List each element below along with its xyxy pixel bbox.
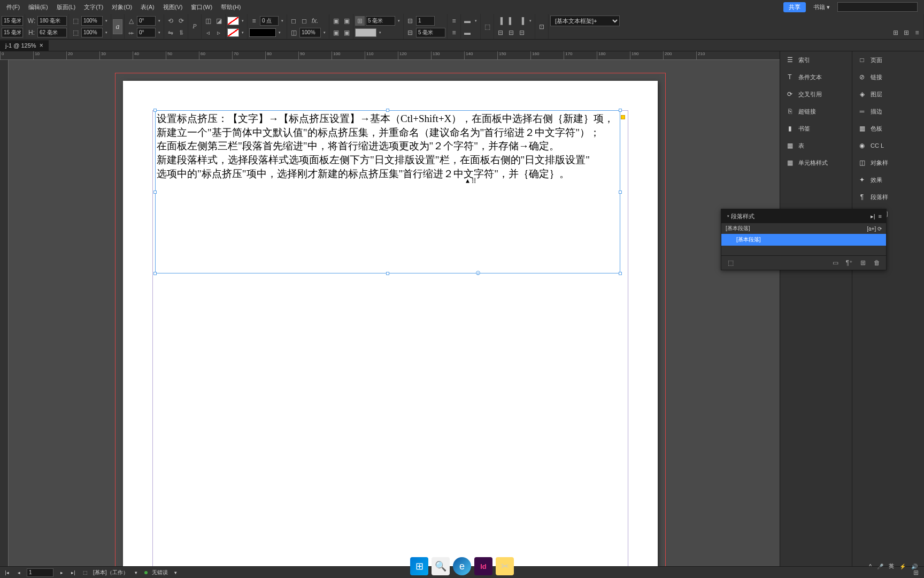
text-line[interactable]: 在面板左侧第三栏"段落首先缩进"中，将首行缩进选项更改为"２个字符"，并存储→确…	[157, 139, 619, 153]
fill-swatch[interactable]	[227, 17, 239, 25]
preflight-preset[interactable]: [基本]（工作）	[93, 569, 128, 576]
menu-help[interactable]: 帮助(H)	[217, 1, 245, 13]
canvas[interactable]: 0102030405060708090100110120130140150160…	[0, 51, 780, 566]
grid-icon2[interactable]: ⊞	[902, 28, 911, 37]
filter-clear-icon[interactable]: ⟳	[877, 226, 882, 232]
text-line[interactable]: 新建段落样式，选择段落样式选项面板左侧下方"日文排版设置"栏，在面板右侧的"日文…	[157, 153, 619, 167]
panel-menu-icon[interactable]: ≡	[912, 28, 922, 37]
dist-v-icon[interactable]: ⊟	[506, 28, 516, 37]
flip-v-icon[interactable]: ⥮	[176, 28, 186, 37]
h-input[interactable]	[37, 28, 67, 37]
panel-tab-表[interactable]: ▦表	[780, 137, 852, 154]
panel-tab-链接[interactable]: ⊘链接	[852, 69, 924, 86]
scale-y-input[interactable]	[81, 28, 103, 37]
wrap-shape-icon[interactable]: ▣	[331, 28, 341, 37]
new-style-icon[interactable]: ⊞	[858, 258, 868, 268]
flip-h-icon[interactable]: ⇋	[166, 28, 175, 37]
handle-mr[interactable]	[619, 191, 622, 194]
opacity-dropdown[interactable]: ▾	[322, 28, 327, 37]
clear-override-icon[interactable]: ¶⁺	[844, 258, 854, 268]
ref-point-icon[interactable]: P	[190, 22, 199, 32]
panel-tab-段落样[interactable]: ¶段落样	[852, 188, 924, 206]
stroke-swatch[interactable]	[227, 28, 239, 37]
select-container-icon[interactable]: ◫	[203, 16, 213, 26]
fill-dropdown[interactable]: ▾	[240, 16, 245, 26]
workspace-dropdown[interactable]: 书籍 ▾	[810, 2, 833, 12]
edge-icon[interactable]: e	[453, 557, 471, 575]
outport-ref-icon[interactable]: o	[476, 271, 480, 275]
num-cols-input[interactable]	[416, 16, 435, 26]
panel-header[interactable]: ▾ 段落样式 ▸| ≡	[721, 209, 886, 223]
start-button[interactable]: ⊞	[410, 557, 428, 575]
horizontal-ruler[interactable]: 0102030405060708090100110120130140150160…	[0, 51, 780, 60]
handle-ml[interactable]	[153, 191, 157, 194]
panel-tab-色板[interactable]: ▦色板	[852, 120, 924, 137]
panel-tab-图层[interactable]: ◈图层	[852, 86, 924, 103]
panel-tab-页面[interactable]: □页面	[852, 51, 924, 69]
scale-y-dropdown[interactable]: ▾	[104, 28, 109, 37]
handle-br[interactable]	[619, 272, 622, 275]
delete-style-icon[interactable]: 🗑	[872, 258, 882, 268]
grid-icon1[interactable]: ⊞	[891, 28, 900, 37]
frame-options-icon[interactable]: ⊡	[537, 22, 546, 32]
balance2-icon[interactable]: ▬	[463, 28, 472, 37]
text-frame[interactable]: 设置标点挤压：【文字】→【标点挤压设置】→基本（Ctl+Shift+X），在面板…	[155, 110, 620, 273]
align-right-icon[interactable]: ▐	[517, 16, 527, 26]
valign-center-icon[interactable]: ≡	[449, 28, 459, 37]
page-number-input[interactable]	[27, 568, 53, 577]
opacity-input[interactable]	[299, 28, 321, 37]
stroke-weight-input[interactable]	[260, 16, 279, 26]
select-next-icon[interactable]: ▹	[214, 28, 224, 37]
y-input[interactable]	[2, 28, 23, 37]
cols-icon[interactable]: ⊞	[355, 16, 365, 26]
indesign-icon[interactable]: Id	[474, 557, 492, 575]
panel-tab-交叉引用[interactable]: ⟳交叉引用	[780, 86, 852, 103]
menu-layout[interactable]: 版面(L)	[52, 1, 80, 13]
paragraph-styles-panel[interactable]: ▾ 段落样式 ▸| ≡ [基本段落] [a+] ⟳ [基本段落] ⬚ ▭ ¶⁺ …	[721, 209, 887, 270]
handle-tl[interactable]	[153, 109, 157, 112]
dist-space-icon[interactable]: ⊟	[517, 28, 527, 37]
gap-input[interactable]	[366, 16, 395, 26]
wrap-jump-icon[interactable]: ▣	[342, 28, 351, 37]
panel-tab-条件文本[interactable]: T条件文本	[780, 69, 852, 86]
help-search-input[interactable]	[837, 2, 918, 12]
gutter-input[interactable]	[416, 28, 445, 37]
paragraph-style-item[interactable]: [基本段落]	[721, 234, 886, 246]
ime-indicator[interactable]: 英	[889, 562, 894, 570]
document-tab[interactable]: j-1 @ 125% ×	[0, 40, 49, 51]
wrap-none-icon[interactable]: ▣	[331, 16, 341, 26]
scale-x-dropdown[interactable]: ▾	[104, 16, 109, 26]
col-fill-swatch[interactable]	[355, 28, 376, 37]
next-page-icon[interactable]: ▸	[58, 569, 65, 576]
share-button[interactable]: 共享	[783, 2, 806, 12]
menu-file[interactable]: 件(F)	[2, 1, 24, 13]
stroke-style-swatch[interactable]	[249, 28, 276, 37]
corner2-icon[interactable]: ◻	[299, 16, 309, 26]
corner-icon[interactable]: ◻	[289, 16, 298, 26]
dist-h-icon[interactable]: ⊟	[496, 28, 505, 37]
panel-tab-书签[interactable]: ▮书签	[780, 120, 852, 137]
last-page-icon[interactable]: ▸|	[70, 569, 77, 576]
panel-tab-对象样[interactable]: ◫对象样	[852, 154, 924, 171]
tray-chevron-icon[interactable]: ^	[869, 564, 872, 569]
close-tab-icon[interactable]: ×	[40, 42, 43, 49]
rotate-ccw-icon[interactable]: ⟲	[166, 16, 175, 26]
fit-frame-icon[interactable]: ⬚	[482, 22, 492, 32]
taskbar-search-icon[interactable]: 🔍	[432, 557, 450, 575]
menu-window[interactable]: 窗口(W)	[187, 1, 217, 13]
filter-a-icon[interactable]: [a+]	[867, 226, 876, 232]
select-prev-icon[interactable]: ◃	[203, 28, 213, 37]
handle-bm[interactable]	[386, 272, 389, 275]
tray-volume-icon[interactable]: 🔊	[911, 564, 918, 569]
prev-page-icon[interactable]: ◂	[15, 569, 22, 576]
scale-x-input[interactable]	[81, 16, 103, 26]
snipping-tool-icon[interactable]: ✂	[496, 557, 514, 575]
stroke-color-dropdown[interactable]: ▾	[240, 28, 245, 37]
shear-dropdown[interactable]: ▾	[157, 28, 162, 37]
text-line[interactable]: 新建立一个"基于简体中文默认值"的标点挤压集，并重命名（建议命名为"首行缩进２中…	[157, 126, 619, 140]
panel-dock-icon[interactable]: ▸|	[871, 213, 875, 220]
object-style-dropdown[interactable]: [基本文本框架]+	[550, 16, 620, 26]
first-page-icon[interactable]: |◂	[3, 569, 11, 576]
handle-tr[interactable]	[619, 109, 622, 112]
w-input[interactable]	[37, 16, 67, 26]
